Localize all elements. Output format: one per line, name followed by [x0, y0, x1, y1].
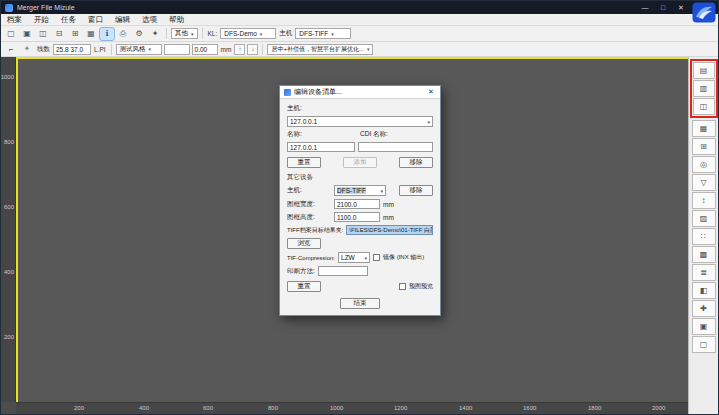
- corner-mark-icon[interactable]: ⌐: [4, 43, 18, 55]
- hot-folder-icon[interactable]: ⊟: [52, 28, 66, 40]
- minimize-button[interactable]: —: [638, 4, 652, 11]
- host-dropdown[interactable]: DFS-TIFF: [295, 28, 351, 39]
- dialog-icon: [284, 89, 291, 96]
- screen-ruling-label: 线数: [36, 45, 51, 54]
- print-method-field[interactable]: [318, 266, 368, 276]
- h-ruler-tick: 1800: [588, 405, 601, 411]
- tiff-folder-path[interactable]: \FILES\DFS-Demo\01-TIFF 白墨输出文件: [346, 225, 433, 235]
- color-bar-icon[interactable]: ▤: [693, 62, 715, 79]
- empty-slot-icon[interactable]: ▢: [692, 336, 716, 353]
- qr-mark-icon[interactable]: ▣: [692, 318, 716, 335]
- position-mark-icon[interactable]: ⌖: [20, 43, 34, 55]
- hatch-mark-icon[interactable]: ▨: [692, 210, 716, 227]
- dialog-title-bar[interactable]: 编辑设备清单... ✕: [280, 86, 440, 99]
- screen-ruling-value[interactable]: 25.8 37.0: [53, 44, 91, 55]
- plate-mark-icon[interactable]: ◫: [693, 98, 715, 115]
- alignment-preset-dropdown[interactable]: 居中+补偿值，智慧平台扩展优化...: [267, 44, 373, 55]
- finish-button[interactable]: 结束: [340, 298, 380, 309]
- menu-tasks[interactable]: 任务: [55, 15, 82, 25]
- v-ruler-tick: 1000: [1, 74, 14, 80]
- width-unit-label: mm: [383, 201, 394, 208]
- menu-options[interactable]: 选项: [136, 15, 163, 25]
- offset-x-input[interactable]: [164, 44, 190, 55]
- h-ruler-tick: 1600: [523, 405, 536, 411]
- other-dropdown[interactable]: 其他: [171, 28, 198, 39]
- compression-select[interactable]: LZW: [338, 252, 370, 263]
- offset-y-input[interactable]: 0.00: [192, 44, 218, 55]
- triangle-mark-icon[interactable]: ▽: [692, 174, 716, 191]
- open-job-icon[interactable]: ▣: [20, 28, 34, 40]
- menu-start[interactable]: 开始: [28, 15, 55, 25]
- cdi-name-field[interactable]: [358, 142, 433, 152]
- ruling-unit-label: L.PI: [93, 46, 107, 53]
- maximize-button[interactable]: □: [656, 4, 670, 11]
- mm-unit-label: mm: [220, 46, 233, 53]
- dot-pattern-icon[interactable]: ∷: [692, 228, 716, 245]
- marks-panel: ▤ ▥ ◫ ▦ ⊞ ◎ ▽ ↕ ▨ ∷ ▩ ≣ ◧ ✚ ▣ ▢: [688, 57, 718, 414]
- tools-icon[interactable]: ✦: [148, 28, 162, 40]
- marks-highlight-group: ▤ ▥ ◫: [690, 59, 718, 118]
- info-icon[interactable]: ℹ: [100, 28, 114, 40]
- menu-help[interactable]: 帮助: [163, 15, 190, 25]
- arrow-mark-icon[interactable]: ↕: [692, 192, 716, 209]
- device-remove-button[interactable]: 移除: [399, 185, 433, 196]
- new-job-icon[interactable]: ▢: [4, 28, 18, 40]
- h-ruler-tick: 1000: [330, 405, 343, 411]
- frame-height-field[interactable]: 1100.0: [334, 212, 380, 222]
- device-host-select[interactable]: DFS-TIFF: [334, 185, 386, 196]
- h-ruler-tick: 600: [203, 405, 213, 411]
- grid-mark-icon[interactable]: ▦: [692, 120, 716, 137]
- secondary-toolbar: ⌐ ⌖ 线数 25.8 37.0 L.PI 测试风格 0.00 mm ↑ ↓ 居…: [1, 42, 718, 57]
- h-ruler-tick: 400: [139, 405, 149, 411]
- window-title: Merger File Mizule: [17, 4, 75, 11]
- tiff-folder-label: TIFF档案目标结果夹:: [287, 226, 343, 235]
- mirror-checkbox-label: 镜像 (INX 输出): [383, 253, 424, 262]
- host-select[interactable]: 127.0.0.1: [287, 116, 433, 127]
- browse-button[interactable]: 浏览: [287, 238, 321, 249]
- registration-target-icon[interactable]: ◎: [692, 156, 716, 173]
- nudge-down-button[interactable]: ↓: [247, 44, 258, 55]
- reset-device-button[interactable]: 重置: [287, 281, 321, 292]
- text-lines-icon[interactable]: ≣: [692, 264, 716, 281]
- height-unit-label: mm: [383, 214, 394, 221]
- menu-window[interactable]: 窗口: [82, 15, 109, 25]
- mirror-checkbox[interactable]: [373, 254, 380, 261]
- app-window: Merger File Mizule — □ ✕ 档案 开始 任务 窗口 编辑 …: [0, 0, 719, 415]
- crop-mark-icon[interactable]: ⊞: [692, 138, 716, 155]
- halftone-icon[interactable]: ◧: [692, 282, 716, 299]
- edit-device-list-dialog: 编辑设备清单... ✕ 主机: 127.0.0.1 名称: CDI 名称: 12…: [279, 85, 441, 316]
- menu-bar: 档案 开始 任务 窗口 编辑 选项 帮助: [1, 14, 718, 26]
- app-icon: [5, 4, 13, 12]
- reset-button[interactable]: 重置: [287, 157, 321, 168]
- h-ruler-tick: 800: [268, 405, 278, 411]
- printer-icon[interactable]: ⎙: [116, 28, 130, 40]
- layout-icon[interactable]: ⊞: [68, 28, 82, 40]
- h-ruler-tick: 1400: [459, 405, 472, 411]
- kl-dropdown[interactable]: DFS-Demo: [220, 28, 276, 39]
- v-ruler-tick: 200: [4, 334, 14, 340]
- vertical-ruler: 200 400 600 800 1000: [1, 57, 16, 402]
- title-bar: Merger File Mizule — □ ✕: [1, 1, 718, 14]
- v-ruler-tick: 400: [4, 269, 14, 275]
- name-field[interactable]: 127.0.0.1: [287, 142, 355, 152]
- preview-checkbox[interactable]: [399, 283, 406, 290]
- cross-mark-icon[interactable]: ✚: [692, 300, 716, 317]
- sheet-grid-icon[interactable]: ▦: [84, 28, 98, 40]
- horizontal-ruler: 200 400 600 800 1000 1200 1400 1600 1800…: [16, 402, 688, 414]
- close-button[interactable]: ✕: [674, 4, 688, 12]
- menu-edit[interactable]: 编辑: [109, 15, 136, 25]
- settings-icon[interactable]: ⚙: [132, 28, 146, 40]
- test-style-dropdown[interactable]: 测试风格: [116, 44, 162, 55]
- remove-button[interactable]: 移除: [399, 157, 433, 168]
- add-button[interactable]: 添加: [343, 157, 377, 168]
- menu-file[interactable]: 档案: [1, 15, 28, 25]
- name-label: 名称:: [287, 130, 357, 139]
- dialog-close-icon[interactable]: ✕: [426, 88, 436, 96]
- nudge-up-button[interactable]: ↑: [234, 44, 245, 55]
- save-icon[interactable]: ◫: [36, 28, 50, 40]
- frame-width-field[interactable]: 2100.0: [334, 199, 380, 209]
- host-label: 主机: [278, 29, 293, 38]
- barcode-icon[interactable]: ▥: [693, 80, 715, 97]
- density-patch-icon[interactable]: ▩: [692, 246, 716, 263]
- dialog-title: 编辑设备清单...: [294, 87, 342, 97]
